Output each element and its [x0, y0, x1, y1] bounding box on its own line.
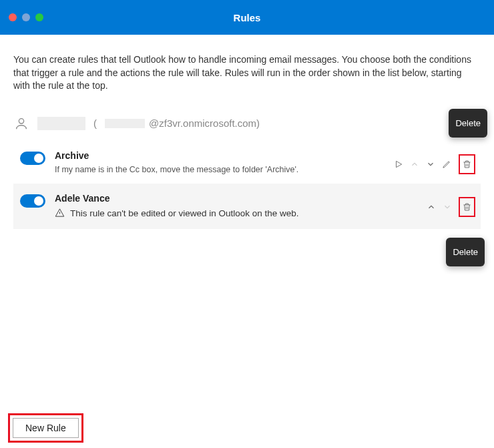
rule-toggle[interactable] [20, 152, 45, 165]
close-window-button[interactable] [9, 13, 17, 21]
svg-point-0 [19, 118, 23, 123]
new-rule-button[interactable]: New Rule [13, 418, 79, 438]
account-row: ( @zf3vr.onmicrosoft.com) [13, 111, 481, 141]
traffic-lights [9, 13, 43, 21]
delete-icon[interactable] [462, 159, 472, 170]
account-open-paren: ( [93, 118, 97, 129]
rule-warning-text: This rule can't be edited or viewed in O… [70, 208, 299, 218]
intro-text: You can create rules that tell Outlook h… [13, 53, 481, 93]
rule-name: Adele Vance [55, 193, 427, 204]
zoom-window-button[interactable] [35, 13, 43, 21]
window-title: Rules [234, 12, 261, 23]
delete-button-highlight [459, 197, 475, 217]
warning-icon [55, 208, 65, 220]
run-rule-icon[interactable] [394, 160, 403, 169]
delete-button-highlight [459, 154, 475, 174]
move-down-icon[interactable] [443, 202, 452, 212]
rule-row: Archive If my name is in the Cc box, mov… [13, 141, 481, 184]
redacted-local [105, 119, 145, 128]
new-rule-highlight: New Rule [8, 413, 83, 443]
person-icon [13, 116, 29, 132]
delete-tooltip: Delete [446, 238, 485, 266]
window-titlebar: Rules [0, 0, 494, 35]
delete-icon[interactable] [462, 202, 472, 212]
redacted-name [37, 117, 85, 130]
rule-description: If my name is in the Cc box, move the me… [55, 165, 394, 174]
delete-tooltip: Delete [449, 109, 487, 138]
move-up-icon[interactable] [427, 202, 436, 212]
account-domain: @zf3vr.onmicrosoft.com) [149, 118, 260, 129]
rule-row: Adele Vance This rule can't be edited or… [13, 184, 481, 229]
move-down-icon[interactable] [426, 160, 435, 169]
edit-icon[interactable] [442, 159, 452, 169]
move-up-icon[interactable] [410, 160, 419, 169]
rule-toggle[interactable] [20, 194, 45, 208]
minimize-window-button[interactable] [22, 13, 30, 21]
rule-name: Archive [55, 150, 394, 161]
